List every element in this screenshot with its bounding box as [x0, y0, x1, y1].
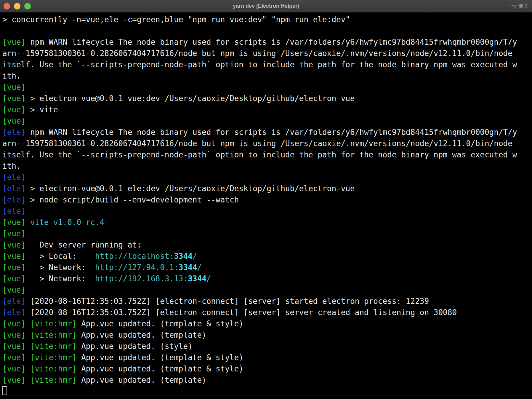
terminal-text-segment: npm WARN lifecycle The node binary used …: [25, 38, 517, 47]
terminal-line: [ele] [2020-08-16T12:35:03.752Z] [electr…: [2, 296, 532, 307]
terminal-line: [ele] > electron-vue@0.0.1 ele:dev /User…: [2, 183, 532, 194]
terminal-line: ith.: [2, 160, 532, 172]
terminal-text-segment: /: [206, 274, 211, 283]
terminal-text-segment: 3344: [174, 252, 193, 261]
terminal-line: [vue]: [2, 115, 532, 127]
terminal-text-segment: > node script/build --env=development --…: [25, 195, 239, 204]
terminal-text-segment: http://localhost:: [95, 252, 174, 261]
terminal-text-segment: [vite:hmr]: [30, 342, 77, 351]
terminal-text-segment: [ele]: [2, 308, 25, 317]
terminal-text-segment: [vue]: [2, 240, 25, 249]
terminal-text-segment: App.vue updated. (template & style): [76, 353, 243, 362]
terminal-text-segment: [vue]: [2, 263, 25, 272]
terminal-text-segment: [vue]: [2, 364, 25, 373]
terminal-text-segment: [vue]: [2, 274, 25, 283]
terminal-text-segment: [ele]: [2, 297, 25, 306]
terminal-line: [vue] [vite:hmr] App.vue updated. (templ…: [2, 374, 532, 386]
terminal-text-segment: [vue]: [2, 353, 25, 362]
terminal-text-segment: [vue]: [2, 319, 25, 328]
terminal-text-segment: App.vue updated. (template): [76, 376, 206, 384]
terminal-line: [vue] [vite:hmr] App.vue updated. (templ…: [2, 363, 532, 374]
terminal-text-segment: [ele]: [2, 128, 25, 137]
terminal-text-segment: [vue]: [2, 218, 25, 227]
terminal-line: [vue] vite v1.0.0-rc.4: [2, 217, 532, 228]
terminal-line: [vue] > Local: http://localhost:3344/: [2, 250, 532, 262]
terminal-text-segment: [vue]: [2, 342, 25, 351]
terminal-line: [vue] > Network: http://192.168.3.13:334…: [2, 273, 532, 284]
terminal-text-segment: ith.: [2, 71, 21, 80]
terminal-line: itself. Use the `--scripts-prepend-node-…: [2, 149, 532, 160]
terminal-text-segment: http://192.168.3.13:: [95, 274, 188, 283]
terminal-cursor: [2, 386, 7, 395]
terminal-line: [vue] Dev server running at:: [2, 239, 532, 250]
terminal-line: [vue] > electron-vue@0.0.1 vue:dev /User…: [2, 93, 532, 104]
terminal-text-segment: [vue]: [2, 94, 25, 103]
terminal-line: [ele] [2020-08-16T12:35:03.752Z] [electr…: [2, 307, 532, 318]
terminal-text-segment: App.vue updated. (template & style): [76, 364, 243, 373]
terminal-line: [vue]: [2, 82, 532, 93]
terminal-text-segment: > concurrently -n=vue,ele -c=green,blue …: [2, 15, 350, 24]
terminal-line: [vue] > Network: http://127.94.0.1:3344/: [2, 262, 532, 273]
terminal-text-segment: [vite:hmr]: [30, 353, 77, 362]
terminal-text-segment: [25, 319, 30, 328]
terminal-line: [vue] > vite: [2, 104, 532, 115]
terminal-text-segment: [vue]: [2, 252, 25, 261]
terminal-text-segment: [vite:hmr]: [30, 319, 77, 328]
keyboard-shortcut-label: ⌥⌘1: [511, 0, 528, 12]
terminal-text-segment: npm WARN lifecycle The node binary used …: [25, 128, 517, 137]
titlebar: yarn dev (Electron Helper) ⌥⌘1: [0, 0, 532, 12]
terminal-text-segment: 3344: [188, 274, 206, 283]
terminal-line: arn--1597581300361-0.2826067404717616/no…: [2, 138, 532, 149]
terminal-text-segment: > electron-vue@0.0.1 ele:dev /Users/caox…: [25, 184, 355, 193]
terminal-text-segment: [vue]: [2, 285, 25, 294]
terminal-text-segment: [25, 364, 30, 373]
terminal-line: > concurrently -n=vue,ele -c=green,blue …: [2, 14, 532, 25]
terminal-text-segment: [2020-08-16T12:35:03.752Z] [electron-con…: [25, 308, 457, 317]
terminal-text-segment: [vue]: [2, 83, 25, 92]
terminal-text-segment: [25, 218, 30, 227]
terminal-text-segment: Dev server running at:: [25, 240, 141, 249]
terminal-text-segment: [2020-08-16T12:35:03.752Z] [electron-con…: [25, 297, 429, 306]
terminal-line: [ele] npm WARN lifecycle The node binary…: [2, 127, 532, 138]
terminal-text-segment: [ele]: [2, 184, 25, 193]
terminal-line: [vue] npm WARN lifecycle The node binary…: [2, 36, 532, 48]
terminal-text-segment: arn--1597581300361-0.2826067404717616/no…: [2, 49, 512, 58]
terminal-text-segment: arn--1597581300361-0.2826067404717616/no…: [2, 139, 512, 148]
terminal-text-segment: http://127.94.0.1:: [95, 263, 179, 272]
terminal-line: [2, 25, 532, 36]
window-controls: [0, 3, 31, 9]
window-title: yarn dev (Electron Helper): [0, 3, 532, 9]
terminal-line: itself. Use the `--scripts-prepend-node-…: [2, 59, 532, 70]
terminal-text-segment: [vue]: [2, 38, 25, 47]
terminal-line: [vue] [vite:hmr] App.vue updated. (templ…: [2, 329, 532, 341]
terminal-text-segment: > Network:: [25, 263, 95, 272]
terminal-text-segment: [vue]: [2, 116, 25, 125]
terminal-text-segment: [vue]: [2, 229, 25, 238]
terminal-text-segment: [vite:hmr]: [30, 331, 77, 339]
terminal-line: [ele]: [2, 172, 532, 183]
terminal-text-segment: /: [197, 263, 202, 272]
terminal-line: arn--1597581300361-0.2826067404717616/no…: [2, 48, 532, 59]
terminal-text-segment: [25, 376, 30, 384]
terminal-text-segment: itself. Use the `--scripts-prepend-node-…: [2, 60, 517, 69]
terminal-text-segment: [ele]: [2, 207, 25, 216]
terminal-line: [vue]: [2, 284, 532, 296]
terminal-line: [vue]: [2, 228, 532, 239]
close-button[interactable]: [4, 3, 10, 9]
terminal-line: [ele] > node script/build --env=developm…: [2, 194, 532, 205]
terminal-text-segment: > Local:: [25, 252, 95, 261]
minimize-button[interactable]: [14, 3, 20, 9]
terminal-text-segment: [ele]: [2, 173, 25, 182]
terminal-text-segment: [vite:hmr]: [30, 364, 77, 373]
terminal-line: [vue] [vite:hmr] App.vue updated. (templ…: [2, 318, 532, 329]
zoom-button[interactable]: [24, 3, 31, 9]
terminal-text-segment: App.vue updated. (template): [76, 331, 206, 339]
terminal-text-segment: [vite:hmr]: [30, 376, 77, 384]
terminal-text-segment: itself. Use the `--scripts-prepend-node-…: [2, 150, 517, 159]
terminal-text-segment: [vue]: [2, 331, 25, 339]
terminal-text-segment: 3344: [179, 263, 197, 272]
terminal-line: ith.: [2, 70, 532, 82]
terminal-text-segment: [vue]: [2, 376, 25, 384]
terminal-output[interactable]: > concurrently -n=vue,ele -c=green,blue …: [0, 12, 532, 399]
terminal-text-segment: ith.: [2, 162, 21, 170]
